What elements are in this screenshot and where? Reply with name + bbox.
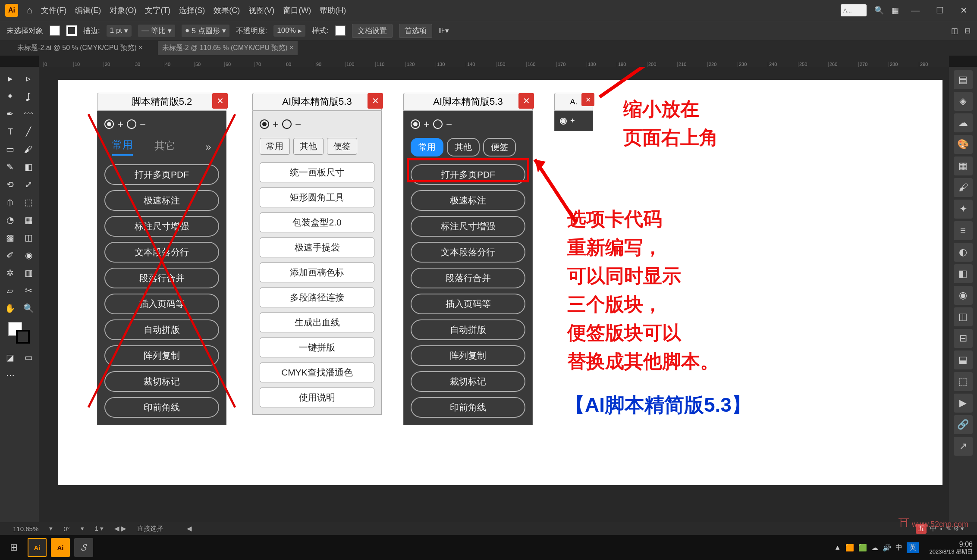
curvature-tool[interactable]: 〰: [20, 106, 38, 122]
panel-53light-close[interactable]: ✕: [368, 93, 383, 109]
taskbar-ai-1[interactable]: Ai: [28, 538, 47, 557]
pen-tool[interactable]: ✒: [2, 106, 19, 122]
artboard-nav[interactable]: 1 ▾: [95, 525, 104, 532]
stroke-weight-field[interactable]: 1 pt ▾: [107, 25, 132, 37]
width-tool[interactable]: ⫛: [2, 194, 19, 210]
perspective-tool[interactable]: ▦: [20, 212, 38, 228]
menu-object[interactable]: 对象(O): [110, 5, 136, 16]
menu-view[interactable]: 视图(V): [248, 5, 274, 16]
links-panel-icon[interactable]: 🔗: [954, 415, 973, 434]
script-button[interactable]: 印前角线: [104, 397, 219, 418]
search-box[interactable]: A...: [841, 4, 867, 16]
paintbrush-tool[interactable]: 🖌: [20, 141, 38, 157]
script-button[interactable]: 裁切标记: [104, 371, 219, 392]
tray-icon[interactable]: 🟩: [858, 544, 867, 552]
magic-wand-tool[interactable]: ✦: [2, 88, 19, 104]
fill-swatch[interactable]: [50, 25, 60, 36]
asset-export-panel-icon[interactable]: ↗: [954, 437, 973, 456]
panel-mini-close[interactable]: ✕: [581, 93, 594, 106]
ai-app-icon[interactable]: Ai: [5, 4, 18, 17]
taskbar-clock[interactable]: 9:06 2023/8/13 星期日: [930, 540, 973, 555]
properties-panel-icon[interactable]: ▤: [954, 70, 973, 89]
eraser-tool[interactable]: ◧: [20, 159, 38, 175]
panel-expand-icon[interactable]: ⊟: [964, 26, 971, 35]
script-button[interactable]: 阵列复制: [104, 345, 219, 366]
selection-tool[interactable]: ▸: [2, 70, 19, 87]
symbol-sprayer-tool[interactable]: ✲: [2, 265, 19, 281]
menu-select[interactable]: 选择(S): [179, 5, 205, 16]
script-button[interactable]: 自动拼版: [411, 319, 525, 340]
rotate-tool[interactable]: ⟲: [2, 176, 19, 193]
doc-setup-button[interactable]: 文档设置: [352, 24, 393, 38]
tray-volume-icon[interactable]: 🔊: [883, 544, 891, 552]
fill-stroke-control[interactable]: [8, 322, 30, 344]
panel-toggle-icon[interactable]: ◫: [951, 26, 958, 35]
radio-on-icon[interactable]: [104, 119, 114, 129]
style-swatch[interactable]: [335, 25, 346, 36]
tab-common[interactable]: 常用: [260, 138, 290, 155]
canvas-area[interactable]: 脚本精简版5.2 ✕ + − 常用 其它 » 打开多页PDF极速: [39, 67, 949, 524]
script-button[interactable]: 一键拼版: [260, 338, 374, 357]
direct-selection-tool[interactable]: ▹: [20, 70, 38, 87]
script-button[interactable]: 印前角线: [411, 397, 525, 418]
pathfinder-panel-icon[interactable]: ⬓: [954, 350, 973, 369]
tab-other[interactable]: 其他: [447, 138, 480, 156]
opacity-field[interactable]: 100% ▸: [273, 25, 305, 37]
script-button[interactable]: 极速手提袋: [260, 238, 374, 257]
tray-ime-1[interactable]: 中: [895, 543, 902, 552]
graph-tool[interactable]: ▥: [20, 265, 38, 281]
radio-off-icon[interactable]: [433, 119, 443, 129]
brush-dropdown[interactable]: ● 5 点圆形 ▾: [182, 25, 229, 37]
panel-52-tab-other[interactable]: 其它: [154, 139, 175, 155]
window-maximize[interactable]: ☐: [932, 5, 948, 16]
screen-mode-icon[interactable]: ▭: [20, 349, 38, 366]
appearance-panel-icon[interactable]: ◉: [954, 286, 973, 305]
window-minimize[interactable]: —: [907, 6, 924, 16]
tray-ime-2[interactable]: 英: [907, 542, 919, 553]
script-button[interactable]: 文本段落分行: [411, 242, 525, 263]
tray-icon[interactable]: ▲: [834, 544, 841, 551]
layers-panel-icon[interactable]: ◈: [954, 92, 973, 111]
mesh-tool[interactable]: ▩: [2, 229, 19, 246]
doc-tab-1[interactable]: 未标题-2.ai @ 50 % (CMYK/CPU 预览) ×: [13, 41, 147, 55]
script-button[interactable]: 文本段落分行: [104, 242, 219, 263]
prefs-button[interactable]: 首选项: [399, 24, 432, 38]
script-button[interactable]: 自动拼版: [104, 319, 219, 340]
type-tool[interactable]: T: [2, 123, 19, 140]
free-transform-tool[interactable]: ⬚: [20, 194, 38, 210]
menu-help[interactable]: 帮助(H): [320, 5, 346, 16]
script-button[interactable]: CMYK查找潘通色: [260, 363, 374, 382]
shape-builder-tool[interactable]: ◔: [2, 212, 19, 228]
menu-file[interactable]: 文件(F): [41, 5, 66, 16]
tray-icon[interactable]: ☁: [871, 544, 878, 552]
script-button[interactable]: 段落行合并: [411, 268, 525, 288]
transform-panel-icon[interactable]: ⬚: [954, 372, 973, 391]
scale-tool[interactable]: ⤢: [20, 176, 38, 193]
libraries-panel-icon[interactable]: ☁: [954, 113, 973, 132]
radio-off-icon[interactable]: [282, 119, 292, 129]
eyedropper-tool[interactable]: ✐: [2, 247, 19, 263]
color-mode-icon[interactable]: ◪: [2, 349, 19, 366]
home-icon[interactable]: ⌂: [27, 5, 32, 16]
gradient-tool[interactable]: ◫: [20, 229, 38, 246]
radio-on-icon[interactable]: [560, 118, 567, 125]
script-button[interactable]: 裁切标记: [411, 371, 525, 392]
script-button[interactable]: 多段路径连接: [260, 288, 374, 307]
tab-other[interactable]: 其他: [293, 138, 324, 155]
panel-52-close[interactable]: ✕: [212, 93, 228, 109]
stroke-color[interactable]: [16, 330, 30, 344]
script-button[interactable]: 标注尺寸增强: [104, 216, 219, 237]
script-button[interactable]: 段落行合并: [104, 268, 219, 288]
align-panel-icon[interactable]: ⊟: [954, 329, 973, 348]
search-icon[interactable]: 🔍: [874, 6, 884, 15]
stroke-panel-icon[interactable]: ≡: [954, 221, 973, 240]
hand-tool[interactable]: ✋: [2, 300, 19, 316]
radio-off-icon[interactable]: [127, 119, 136, 129]
tab-common[interactable]: 常用: [411, 138, 443, 156]
script-button[interactable]: 生成出血线: [260, 313, 374, 332]
script-button[interactable]: 阵列复制: [411, 345, 525, 366]
menu-type[interactable]: 文字(T): [145, 5, 170, 16]
rectangle-tool[interactable]: ▭: [2, 141, 19, 157]
taskbar-app-3[interactable]: 𝓢: [74, 538, 93, 557]
actions-panel-icon[interactable]: ▶: [954, 394, 973, 413]
